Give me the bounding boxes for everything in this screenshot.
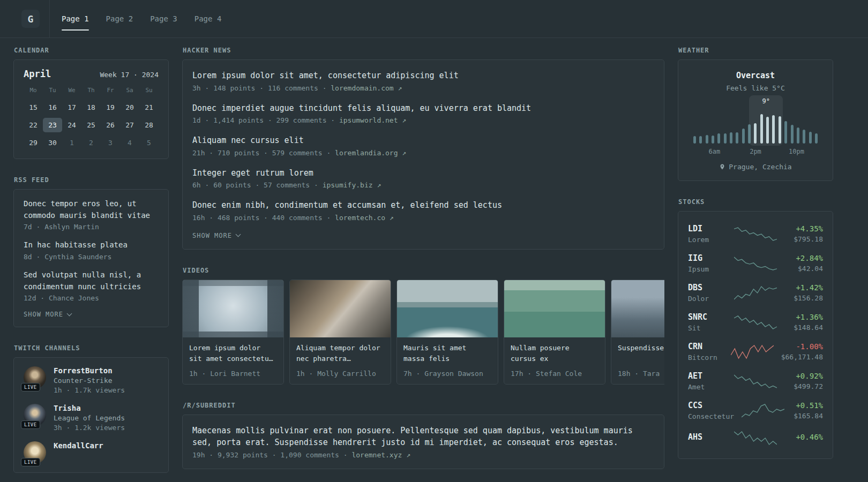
stock-row[interactable]: CCS Consectetur +0.51% $165.84 bbox=[688, 396, 823, 425]
twitch-channel-row[interactable]: LIVE KendallCarr bbox=[24, 441, 159, 464]
rss-show-more-button[interactable]: SHOW MORE bbox=[24, 311, 159, 318]
external-link-icon: ↗ bbox=[390, 214, 394, 222]
stock-price: $156.28 bbox=[784, 294, 823, 302]
news-item-title[interactable]: Donec imperdiet augue tincidunt felis al… bbox=[192, 102, 654, 115]
twitch-widget: TWITCH CHANNELS LIVE ForrestBurton Count… bbox=[13, 344, 169, 473]
video-thumbnail[interactable] bbox=[611, 280, 664, 337]
video-thumbnail[interactable] bbox=[290, 280, 391, 337]
tab-page-4[interactable]: Page 4 bbox=[194, 12, 222, 25]
weather-widget-title: WEATHER bbox=[678, 47, 833, 54]
stock-sparkline bbox=[734, 314, 777, 330]
video-thumbnail[interactable] bbox=[183, 280, 283, 337]
calendar-date: 29 bbox=[24, 135, 43, 150]
weather-hour-bar bbox=[724, 133, 727, 144]
tab-page-3[interactable]: Page 3 bbox=[150, 12, 177, 25]
channel-name[interactable]: KendallCarr bbox=[54, 441, 103, 450]
video-thumbnail[interactable] bbox=[397, 280, 498, 337]
stock-change: +0.51% bbox=[792, 401, 823, 410]
news-item-title[interactable]: Integer eget rutrum lorem bbox=[192, 167, 654, 179]
videos-widget: VIDEOS Lorem ipsum dolor sit amet consec… bbox=[182, 267, 664, 385]
calendar-widget: CALENDAR April Week 17 · 2024 Mo Tu We T… bbox=[13, 47, 169, 159]
channel-avatar: LIVE bbox=[24, 404, 46, 426]
news-item-meta: 21h · 710 points · 579 comments · bbox=[192, 149, 331, 157]
calendar-date: 16 bbox=[43, 100, 62, 115]
twitch-channel-row[interactable]: LIVE ForrestBurton Counter-Strike 1h · 1… bbox=[24, 366, 159, 394]
stock-name: Lorem bbox=[688, 236, 727, 244]
news-item-domain-link[interactable]: ipsumworld.net ↗ bbox=[339, 116, 406, 124]
video-meta: 1h · Molly Carrillo bbox=[296, 370, 384, 378]
subreddit-post-domain-link[interactable]: loremnet.xyz ↗ bbox=[351, 451, 410, 459]
video-card[interactable]: Nullam posuere cursus ex 17h · Stefan Co… bbox=[504, 280, 605, 385]
stock-name: Amet bbox=[688, 383, 727, 391]
video-title[interactable]: Suspendisse diam bbox=[618, 343, 664, 365]
news-item-domain-link[interactable]: loremtech.co ↗ bbox=[335, 214, 394, 222]
calendar-dow: Sa bbox=[120, 87, 139, 97]
video-card[interactable]: Suspendisse diam 18h · Tara bbox=[611, 280, 664, 385]
news-item-domain-link[interactable]: loremlandia.org ↗ bbox=[335, 149, 406, 157]
stock-row[interactable]: AHS +0.46% bbox=[688, 425, 823, 451]
stock-row[interactable]: LDI Lorem +4.35% $795.18 bbox=[688, 219, 823, 248]
calendar-date: 24 bbox=[62, 118, 81, 132]
twitch-channel-row[interactable]: LIVE Trisha League of Legends 3h · 1.2k … bbox=[24, 404, 159, 432]
video-thumbnail[interactable] bbox=[504, 280, 605, 337]
calendar-dow: Fr bbox=[101, 87, 120, 97]
channel-name[interactable]: ForrestBurton bbox=[54, 366, 125, 375]
calendar-date-selected: 23 bbox=[43, 118, 62, 132]
news-item-title[interactable]: Donec enim nibh, condimentum et accumsan… bbox=[192, 199, 654, 212]
video-card[interactable]: Aliquam tempor dolor nec pharetra… 1h · … bbox=[289, 280, 391, 385]
news-item: Donec enim nibh, condimentum et accumsan… bbox=[192, 199, 654, 222]
channel-avatar: LIVE bbox=[24, 441, 46, 464]
hacker-news-show-more-button[interactable]: SHOW MORE bbox=[192, 232, 654, 239]
video-title[interactable]: Mauris sit amet massa felis bbox=[403, 343, 491, 365]
video-card[interactable]: Lorem ipsum dolor sit amet consectetu… 1… bbox=[182, 280, 284, 385]
rss-card: Donec tempor eros leo, ut commodo mauris… bbox=[13, 189, 169, 327]
channel-name[interactable]: Trisha bbox=[54, 404, 125, 412]
news-item-domain-link[interactable]: loremdomain.com ↗ bbox=[331, 84, 402, 92]
rss-item-title[interactable]: In hac habitasse platea bbox=[24, 239, 159, 251]
hacker-news-card: Lorem ipsum dolor sit amet, consectetur … bbox=[182, 59, 664, 250]
location-pin-icon bbox=[719, 163, 725, 170]
weather-axis-label: 2pm bbox=[750, 148, 761, 155]
news-item-domain-link[interactable]: ipsumify.biz ↗ bbox=[323, 181, 381, 189]
stock-sparkline bbox=[734, 226, 777, 242]
stock-row[interactable]: AET Amet +0.92% $499.72 bbox=[688, 366, 823, 396]
stock-name: Ipsum bbox=[688, 265, 727, 273]
news-item-title[interactable]: Lorem ipsum dolor sit amet, consectetur … bbox=[192, 70, 654, 82]
channel-meta: 1h · 1.7k viewers bbox=[54, 386, 125, 394]
calendar-date: 27 bbox=[120, 118, 139, 132]
rss-item-meta: 7d · Ashlyn Martin bbox=[24, 223, 159, 231]
weather-hour-bar bbox=[815, 133, 818, 144]
weather-hour-bar bbox=[730, 132, 732, 144]
subreddit-post-title[interactable]: Maecenas mollis pulvinar erat non posuer… bbox=[192, 425, 654, 449]
stock-row[interactable]: SNRC Sit +1.36% $148.64 bbox=[688, 307, 823, 337]
external-link-icon: ↗ bbox=[377, 181, 381, 189]
stock-row[interactable]: CRN Bitcorn -1.00% $66,171.48 bbox=[688, 337, 823, 366]
stock-row[interactable]: DBS Dolor +1.42% $156.28 bbox=[688, 278, 823, 307]
video-title[interactable]: Nullam posuere cursus ex bbox=[511, 343, 598, 365]
weather-peak-temperature: 9° bbox=[749, 97, 783, 105]
tab-page-1[interactable]: Page 1 bbox=[62, 12, 89, 25]
rss-item-title[interactable]: Donec tempor eros leo, ut commodo mauris… bbox=[24, 198, 159, 221]
weather-location: Prague, Czechia bbox=[729, 163, 791, 171]
video-title[interactable]: Lorem ipsum dolor sit amet consectetu… bbox=[189, 343, 277, 365]
tab-page-2[interactable]: Page 2 bbox=[106, 12, 133, 25]
right-column: WEATHER Overcast Feels like 5°C 9° 6am 2… bbox=[678, 47, 833, 476]
stocks-card: LDI Lorem +4.35% $795.18 IIG Ipsum +2.84… bbox=[678, 211, 833, 459]
calendar-date: 21 bbox=[139, 100, 159, 115]
live-badge: LIVE bbox=[21, 383, 40, 391]
stock-price: $148.64 bbox=[784, 323, 823, 332]
news-item-title[interactable]: Aliquam nec cursus elit bbox=[192, 134, 654, 147]
stock-symbol: DBS bbox=[688, 283, 727, 292]
rss-item-title[interactable]: Sed volutpat nulla nisl, a condimentum n… bbox=[24, 269, 159, 292]
calendar-date: 28 bbox=[139, 118, 159, 132]
stock-row[interactable]: IIG Ipsum +2.84% $42.04 bbox=[688, 248, 823, 278]
rss-item: Sed volutpat nulla nisl, a condimentum n… bbox=[24, 269, 159, 302]
dashboard-grid: CALENDAR April Week 17 · 2024 Mo Tu We T… bbox=[0, 38, 868, 482]
video-title[interactable]: Aliquam tempor dolor nec pharetra… bbox=[296, 343, 384, 365]
chevron-down-icon bbox=[236, 232, 241, 237]
news-item-meta: 1d · 1,414 points · 299 comments · bbox=[192, 116, 335, 124]
video-card[interactable]: Mauris sit amet massa felis 7h · Grayson… bbox=[396, 280, 498, 385]
app-logo[interactable]: G bbox=[21, 10, 40, 28]
stock-change: +1.36% bbox=[784, 313, 823, 321]
news-item-meta: 3h · 148 points · 116 comments · bbox=[192, 84, 326, 92]
